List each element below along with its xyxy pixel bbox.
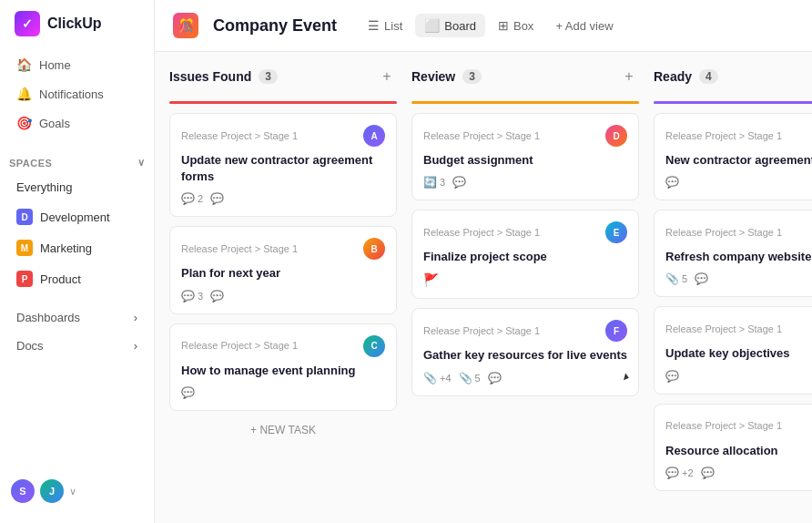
comment-count: +2	[682, 467, 694, 478]
card-comment-badge: 💬2	[181, 192, 203, 205]
card-chat-badge: 💬	[210, 192, 224, 205]
sidebar-item-product[interactable]: P Product	[7, 264, 147, 293]
project-icon: 🎊	[173, 13, 198, 38]
column-ready-bar	[654, 101, 812, 104]
chat-icon: 💬	[665, 370, 679, 383]
user-avatar-2[interactable]: J	[40, 479, 64, 503]
tab-list[interactable]: ☰ List	[359, 14, 411, 37]
sidebar-item-home[interactable]: 🏠 Home	[7, 51, 147, 78]
column-issues-found: Issues Found 3 + Release Project > Stage…	[169, 67, 397, 446]
spaces-collapse-icon: ∨	[137, 157, 146, 169]
add-view-label: + Add view	[555, 19, 613, 33]
column-title-row: Ready 4	[654, 69, 718, 84]
column-review-add[interactable]: +	[619, 67, 639, 87]
card-footer: 💬	[665, 370, 812, 383]
project-title: Company Event	[213, 16, 337, 36]
column-issues-found-header: Issues Found 3 +	[169, 67, 397, 97]
sidebar-item-development[interactable]: D Development	[7, 202, 147, 231]
sidebar-item-everything[interactable]: Everything	[7, 174, 147, 200]
card-meta-text: Release Project > Stage 1	[665, 226, 782, 239]
column-ready-title: Ready	[654, 69, 692, 84]
card-meta-text: Release Project > Stage 1	[181, 129, 298, 142]
card-attach-badge: 📎5	[665, 272, 687, 285]
card-footer: 📎+4 📎5 💬	[423, 372, 627, 385]
logo-text: ClickUp	[47, 15, 102, 32]
user-menu-icon: ∨	[69, 486, 76, 497]
card-budget-assignment[interactable]: Release Project > Stage 1 D Budget assig…	[411, 113, 639, 200]
column-issues-found-add[interactable]: +	[377, 67, 397, 87]
card-comment-badge: 💬+2	[665, 467, 694, 479]
comment-icon: 💬	[181, 192, 195, 205]
card-footer: 💬2 💬	[181, 192, 385, 205]
dashboards-expand-icon: ›	[134, 311, 137, 324]
card-meta-text: Release Project > Stage 1	[665, 323, 782, 335]
sidebar-item-docs[interactable]: Docs ›	[7, 333, 147, 359]
new-task-button[interactable]: + NEW TASK	[169, 415, 397, 446]
chat-icon: 💬	[701, 467, 715, 479]
card-update-objectives[interactable]: Release Project > Stage 1 I Update key o…	[654, 306, 812, 394]
card-gather-resources[interactable]: Release Project > Stage 1 F Gather key r…	[411, 308, 639, 395]
column-review-cards: Release Project > Stage 1 D Budget assig…	[411, 113, 639, 396]
column-review-header: Review 3 +	[411, 67, 639, 97]
docs-expand-icon: ›	[134, 339, 137, 353]
tab-board[interactable]: ⬜ Board	[415, 14, 485, 37]
column-ready-cards: Release Project > Stage 1 G New contract…	[654, 113, 812, 491]
spaces-section: Spaces ∨ Everything D Development M Mark…	[0, 151, 154, 293]
home-icon: 🏠	[16, 57, 32, 72]
everything-label: Everything	[16, 180, 72, 194]
goals-icon: 🎯	[16, 116, 32, 130]
card-chat-badge: 💬	[701, 467, 715, 479]
bell-icon: 🔔	[16, 87, 32, 101]
bottom-nav: Dashboards › Docs ›	[0, 304, 154, 359]
avatar: C	[363, 335, 385, 357]
development-label: Development	[40, 210, 110, 224]
card-chat-badge: 💬	[488, 372, 502, 385]
card-title: Update new contractor agreement forms	[181, 152, 385, 185]
refresh-icon: 🔄	[423, 176, 437, 189]
comment-count: 3	[198, 291, 203, 302]
card-new-contractor[interactable]: Release Project > Stage 1 G New contract…	[654, 113, 812, 200]
tab-board-label: Board	[444, 19, 476, 33]
sidebar-item-dashboards[interactable]: Dashboards ›	[7, 304, 147, 331]
attach-count-2: 5	[475, 373, 481, 384]
column-ready-header: Ready 4 +	[654, 67, 812, 97]
card-event-planning[interactable]: Release Project > Stage 1 C How to manag…	[169, 323, 397, 411]
card-meta: Release Project > Stage 1 H	[665, 221, 812, 243]
card-chat-badge: 💬	[181, 386, 195, 399]
sidebar-item-notifications[interactable]: 🔔 Notifications	[7, 80, 147, 108]
card-title: Budget assignment	[423, 152, 627, 169]
add-view-button[interactable]: + Add view	[546, 15, 622, 37]
card-finalize-scope[interactable]: Release Project > Stage 1 E Finalize pro…	[411, 210, 639, 299]
avatar: B	[363, 238, 385, 260]
card-meta: Release Project > Stage 1 J	[665, 415, 812, 437]
card-footer: 💬3 💬	[181, 290, 385, 303]
card-update-contractor[interactable]: Release Project > Stage 1 A Update new c…	[169, 113, 397, 217]
logo: ✓ ClickUp	[0, 11, 154, 51]
tab-box[interactable]: ⊞ Box	[489, 14, 543, 37]
sidebar-item-home-label: Home	[39, 58, 71, 72]
card-footer: 💬+2 💬	[665, 467, 812, 479]
card-chat-badge: 💬	[665, 370, 679, 383]
cursor-indicator	[624, 373, 630, 381]
card-plan-next-year[interactable]: Release Project > Stage 1 B Plan for nex…	[169, 226, 397, 313]
card-meta-text: Release Project > Stage 1	[423, 226, 540, 239]
card-resource-allocation[interactable]: Release Project > Stage 1 J Resource all…	[654, 404, 812, 491]
chat-icon: 💬	[488, 372, 502, 385]
card-meta: Release Project > Stage 1 D	[423, 125, 627, 147]
card-refresh-badge: 🔄3	[423, 176, 445, 189]
sidebar-item-goals[interactable]: 🎯 Goals	[7, 109, 147, 137]
spaces-nav: Everything D Development M Marketing P P…	[0, 174, 154, 293]
user-avatar[interactable]: S	[11, 479, 35, 503]
spaces-label: Spaces	[9, 158, 52, 169]
sidebar-item-notifications-label: Notifications	[39, 87, 104, 101]
avatar: A	[363, 125, 385, 147]
card-refresh-website[interactable]: Release Project > Stage 1 H Refresh comp…	[654, 210, 812, 297]
column-ready-count: 4	[699, 69, 718, 84]
sidebar-item-marketing[interactable]: M Marketing	[7, 233, 147, 262]
board-icon: ⬜	[424, 18, 440, 33]
column-review-count: 3	[462, 69, 482, 84]
box-icon: ⊞	[498, 18, 509, 33]
card-footer: 💬	[181, 386, 385, 399]
spaces-header[interactable]: Spaces ∨	[0, 151, 154, 174]
attach-icon-2: 📎	[459, 372, 472, 385]
